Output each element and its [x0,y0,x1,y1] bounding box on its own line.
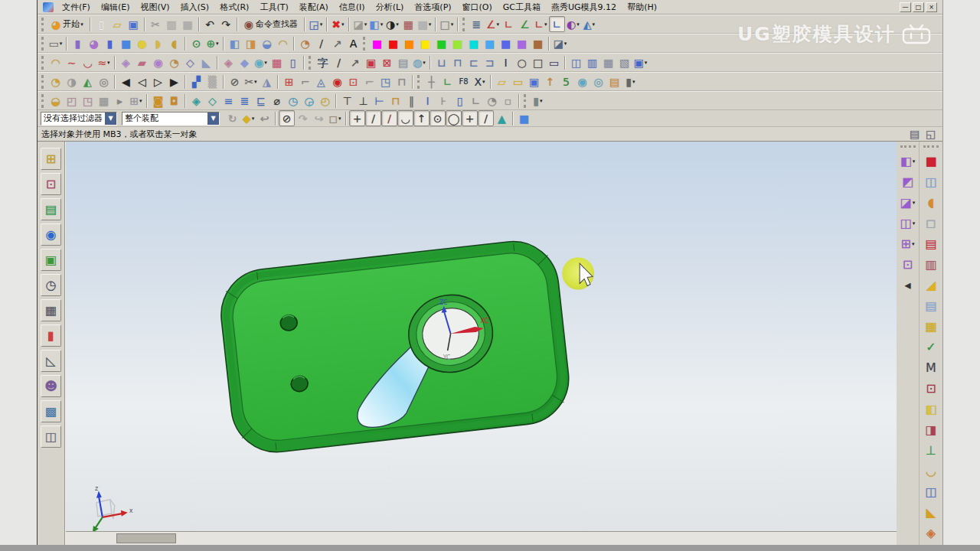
menu-item-0[interactable]: 文件(F) [57,2,96,12]
gray-sheet-icon[interactable]: ▤ [395,54,411,70]
color-green-icon[interactable]: ■ [433,35,449,51]
blue-clock-a-icon[interactable]: ◷ [285,93,301,109]
orient-tool-b-icon[interactable]: ◑ [64,73,80,90]
last-view-icon[interactable]: ▶ [166,73,182,90]
window-template-icon[interactable]: ◫ [41,425,61,448]
toolbar-grip[interactable] [900,145,916,148]
copy-icon[interactable]: ▥ [164,16,180,32]
wireframe-view-icon[interactable]: ■▾ [416,16,433,32]
hole-icon[interactable]: ⊙ [188,35,204,51]
color-yellow-icon[interactable]: ■ [417,35,433,51]
wave-delete-icon[interactable]: ◩ [898,172,917,191]
menu-item-2[interactable]: 视图(V) [135,2,175,12]
sphere-tool-icon[interactable]: ◍▾ [411,54,427,70]
menu-item-1[interactable]: 编辑(E) [96,2,136,12]
block-icon[interactable]: ■ [118,35,134,51]
color-red-icon[interactable]: ■ [385,35,401,51]
color-sky-icon[interactable]: ■ [482,35,498,51]
l-curve-icon[interactable]: ∟ [439,73,456,90]
toolbar-grip[interactable] [41,94,44,108]
menu-item-5[interactable]: 工具(T) [254,2,293,12]
menu-item-8[interactable]: 分析(L) [371,2,410,12]
spline-icon[interactable]: ∼ [64,54,80,70]
dock-window-icon[interactable]: ◱ [923,126,939,142]
open-file-icon[interactable]: ▱ [109,16,126,32]
star-filter-icon[interactable]: ◆▾ [240,110,256,126]
tube-icon[interactable]: ◔ [166,54,182,70]
graphics-viewport[interactable]: ZC XC YC [65,142,897,545]
red-csys-icon[interactable]: ⊞ [281,73,297,90]
wave-panels-icon[interactable]: ◫▾ [898,214,917,233]
next-view-icon[interactable]: ▷ [150,73,166,90]
standard-part-icon[interactable]: ⊥ [922,441,941,460]
snap-cone-icon[interactable]: ▲ [494,110,510,126]
color-brown-icon[interactable]: ■ [530,35,546,51]
assembly-navigator-icon[interactable]: ⊞ [41,148,61,170]
ejector-pin-icon[interactable]: ◫ [922,482,941,501]
menu-item-13[interactable]: 帮助(H) [622,2,662,12]
red-target-icon[interactable]: ◉ [329,73,345,90]
prev-view-icon[interactable]: ◁ [134,73,150,90]
datum-csys-c-icon[interactable]: ∠ [517,16,533,32]
color-lime-icon[interactable]: ■ [449,35,466,51]
tee-a-icon[interactable]: ⊤ [339,93,355,109]
snap-existing-icon[interactable]: ∕ [478,110,494,126]
section-view-icon[interactable]: ▦ [400,16,416,32]
offset-surface-icon[interactable]: ◈ [220,54,237,70]
slider-lifter-icon[interactable]: ◣ [922,503,941,522]
screw-icon[interactable]: ⊦ [436,93,452,109]
start-menu-icon[interactable]: ◕开始▾ [47,16,87,32]
no-snap-icon[interactable]: ⊘ [227,73,243,90]
folder-2-icon[interactable]: ▭ [510,73,526,90]
color-orange-icon[interactable]: ■ [401,35,417,51]
toolbar-grip[interactable] [524,94,526,108]
parting-surface-icon[interactable]: ◢ [922,276,941,295]
sketch-line-icon[interactable]: ∕ [313,35,329,51]
details-panel-icon[interactable]: ▦ [41,299,61,321]
concept-design-icon[interactable]: ◈ [922,523,941,543]
color-bar-pen-icon[interactable]: ▮ [41,324,61,347]
history-page-icon[interactable]: ▣ [41,249,61,271]
minimize-button[interactable]: — [900,2,911,12]
redo-gray-b-icon[interactable]: ↪ [311,110,327,126]
workpiece-icon[interactable]: ◻ [922,214,941,233]
target-point-icon[interactable]: ◎ [96,73,112,90]
menu-item-12[interactable]: 燕秀UG模具9.12 [546,2,622,12]
through-curves-icon[interactable]: ▰ [134,54,150,70]
command-finder-icon[interactable]: ◉命令查找器 [240,16,302,32]
layer-settings-icon[interactable]: ≣ [469,16,485,32]
return-arrow-icon[interactable]: ↩ [256,110,273,126]
f8-align-view-icon[interactable]: F8 [456,73,472,90]
wave-select-icon[interactable]: ⊡ [898,255,917,274]
orient-tool-a-icon[interactable]: ◔ [47,73,64,90]
file-5-icon[interactable]: 5 [558,73,574,90]
save-2-icon[interactable]: ▣ [526,73,542,90]
dock-grid-icon[interactable]: ▤ [906,126,923,142]
wave-geometry-linker-icon[interactable]: ◧▾ [898,152,917,171]
compass-icon[interactable]: ◔ [484,93,500,109]
open-folder-2-icon[interactable]: ▱ [494,73,510,90]
color-magenta-icon[interactable]: ■ [369,35,385,51]
pillar-pair-icon[interactable]: ‖ [403,93,420,109]
command-folder-icon[interactable]: ◙ [150,93,166,109]
datum-grid-icon[interactable]: ◬ [313,73,329,90]
hash-grid-icon[interactable]: ▦ [96,93,112,109]
revolve-icon[interactable]: ◕ [86,35,102,51]
bounded-plane-icon[interactable]: ◣ [198,54,214,70]
snap-endpoint-icon[interactable]: ∕ [365,110,381,126]
text-icon[interactable]: A [345,35,361,51]
marquee-select-icon[interactable]: ◻▾ [327,110,343,126]
conic-icon[interactable]: ≈▾ [96,54,112,70]
tee-c-icon[interactable]: ⊢ [371,93,387,109]
solid-cube-icon[interactable]: ■ [516,110,532,126]
bracket-a-icon[interactable]: ◰ [64,93,80,109]
round-tool-icon[interactable]: ◒ [47,93,64,109]
edge-color-icon[interactable]: ◪▾ [552,35,568,51]
scenery-materials-icon[interactable]: ▩ [41,400,61,422]
export-up-icon[interactable]: ↑ [542,73,558,90]
unite-icon[interactable]: ◧ [227,35,243,51]
blue-clock-b-icon[interactable]: ◶ [301,93,317,109]
panel-grid-icon[interactable]: ⊞▾ [128,93,144,109]
chevron-down-icon[interactable]: ▼ [207,112,219,125]
clamp-gray-icon[interactable]: ⊓ [394,73,410,90]
